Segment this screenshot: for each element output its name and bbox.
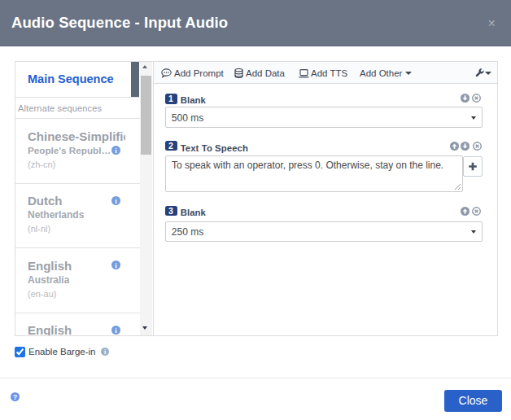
svg-text:?: ? — [13, 393, 18, 401]
